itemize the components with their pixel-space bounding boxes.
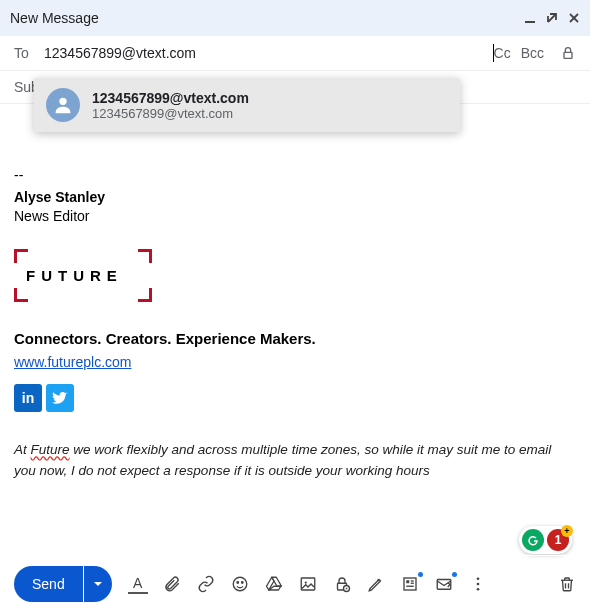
minimize-icon[interactable] <box>524 12 536 24</box>
logo-corner <box>14 249 28 263</box>
notification-badge[interactable]: 1 + <box>547 529 569 551</box>
svg-rect-0 <box>525 21 535 23</box>
format-toolbar: A <box>128 574 488 594</box>
blue-dot-indicator <box>452 572 457 577</box>
popout-icon[interactable] <box>546 12 558 24</box>
logo-text: FUTURE <box>14 263 576 288</box>
signature-link[interactable]: www.futureplc.com <box>14 353 131 373</box>
pen-icon[interactable] <box>366 574 386 594</box>
template-icon[interactable] <box>400 574 420 594</box>
bcc-button[interactable]: Bcc <box>521 45 544 61</box>
more-options-icon[interactable] <box>468 574 488 594</box>
followup-icon[interactable] <box>434 574 454 594</box>
autocomplete-text: 1234567899@vtext.com 1234567899@vtext.co… <box>92 90 249 121</box>
autocomplete-main: 1234567899@vtext.com <box>92 90 249 106</box>
emoji-icon[interactable] <box>230 574 250 594</box>
svg-point-17 <box>476 583 479 586</box>
to-row: To 1234567899@vtext.com Cc Bcc <box>0 36 590 71</box>
compose-body[interactable]: -- Alyse Stanley News Editor FUTURE Conn… <box>0 104 590 481</box>
send-button[interactable]: Send <box>14 566 83 602</box>
svg-point-5 <box>241 582 243 584</box>
send-options-button[interactable] <box>84 566 112 602</box>
svg-point-7 <box>304 581 306 583</box>
close-icon[interactable] <box>568 12 580 24</box>
attachment-icon[interactable] <box>162 574 182 594</box>
cc-button[interactable]: Cc <box>494 45 511 61</box>
svg-rect-1 <box>564 52 572 58</box>
future-logo: FUTURE <box>14 249 576 302</box>
discard-icon[interactable] <box>558 575 576 593</box>
formatting-icon[interactable]: A <box>128 574 148 594</box>
image-icon[interactable] <box>298 574 318 594</box>
spellcheck-word: Future <box>31 442 70 457</box>
autocomplete-item[interactable]: 1234567899@vtext.com 1234567899@vtext.co… <box>34 78 460 132</box>
to-label: To <box>14 45 44 61</box>
linkedin-icon[interactable]: in <box>14 384 42 412</box>
compose-title: New Message <box>10 10 524 26</box>
send-split-button: Send <box>14 566 112 602</box>
logo-corner <box>138 249 152 263</box>
compose-toolbar: Send A <box>0 555 590 612</box>
signature-separator: -- <box>14 166 576 186</box>
signature-name: Alyse Stanley <box>14 188 576 208</box>
avatar-icon <box>46 88 80 122</box>
logo-corner <box>138 288 152 302</box>
svg-point-16 <box>476 577 479 580</box>
grammarly-badge[interactable] <box>522 529 544 551</box>
svg-rect-10 <box>404 578 416 590</box>
to-input-wrap[interactable]: 1234567899@vtext.com <box>44 44 494 62</box>
signature-note: At Future we work flexibly and across mu… <box>14 440 576 481</box>
confidential-icon[interactable] <box>332 574 352 594</box>
svg-point-4 <box>237 582 239 584</box>
compose-header: New Message <box>0 0 590 36</box>
twitter-icon[interactable] <box>46 384 74 412</box>
svg-rect-11 <box>406 580 409 583</box>
to-input[interactable]: 1234567899@vtext.com <box>44 45 493 61</box>
plus-icon: + <box>561 525 573 537</box>
signature-role: News Editor <box>14 207 576 227</box>
extension-badges: 1 + <box>519 526 572 554</box>
svg-rect-6 <box>301 578 315 590</box>
blue-dot-indicator <box>418 572 423 577</box>
signature-tagline: Connectors. Creators. Experience Makers. <box>14 328 576 349</box>
autocomplete-sub: 1234567899@vtext.com <box>92 106 249 121</box>
social-icons: in <box>14 384 576 412</box>
svg-point-3 <box>233 577 247 591</box>
svg-point-18 <box>476 588 479 591</box>
recipient-autocomplete: 1234567899@vtext.com 1234567899@vtext.co… <box>34 78 460 132</box>
logo-corner <box>14 288 28 302</box>
svg-point-2 <box>59 98 66 105</box>
lock-icon[interactable] <box>560 45 576 61</box>
link-icon[interactable] <box>196 574 216 594</box>
header-window-controls <box>524 12 580 24</box>
badge-count: 1 <box>555 533 562 547</box>
drive-icon[interactable] <box>264 574 284 594</box>
